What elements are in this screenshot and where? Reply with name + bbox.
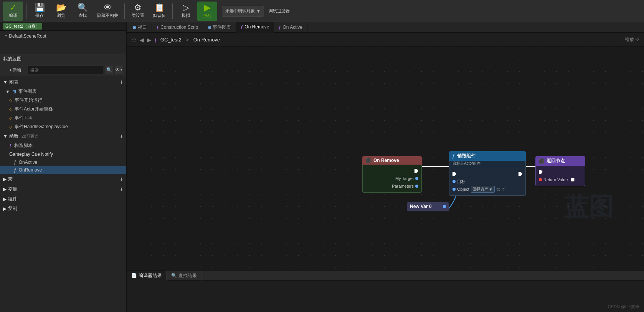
forward-arrow-icon[interactable]: ▶	[147, 37, 151, 43]
debug-object-dropdown[interactable]: 未选中调试对象 ▼	[222, 6, 264, 17]
select-asset-label: 选择资产	[473, 187, 488, 192]
search-input[interactable]	[28, 66, 103, 74]
debug-filter-label: 调试过滤器	[269, 8, 290, 14]
search-icon-button[interactable]: 🔍	[105, 66, 113, 74]
class-settings-label: 类设置	[132, 13, 144, 18]
new-var-header: New Var 0	[407, 202, 449, 211]
destroy-node-body: 目标 Object 选择资产 ▼ ⛓ ↺	[449, 168, 526, 196]
simulate-button[interactable]: ▷ 模拟	[176, 2, 196, 21]
tab-on-remove[interactable]: ƒ On Remove	[236, 22, 274, 33]
graph-section-header[interactable]: ▼ 图表 +	[0, 77, 126, 87]
event-start-item[interactable]: ◇ 事件开始运行	[0, 96, 126, 105]
event-tick-item[interactable]: ◇ 事件Tick	[0, 114, 126, 122]
event-graph-label: 事件图表	[18, 88, 37, 95]
return-value-pin: Return Value	[536, 176, 585, 183]
find-button[interactable]: 🔍 查找	[73, 2, 92, 21]
compile-button[interactable]: ✓ 编译	[3, 2, 23, 21]
object-label: Object	[457, 187, 469, 191]
eye-button[interactable]: 👁 ▼	[115, 66, 123, 74]
hide-icon: 👁	[104, 3, 112, 12]
tab-on-active-label: On Active	[282, 25, 302, 30]
parameters-pin: Parameters	[363, 182, 421, 190]
macros-add-button[interactable]: +	[120, 176, 123, 183]
event-handle-gameplay-cue-item[interactable]: ◇ 事件HandleGameplayCue	[0, 122, 126, 131]
on-remove-exec-out-pin	[363, 167, 421, 175]
debug-filter-group: 未选中调试对象 ▼ 调试过滤器	[222, 2, 293, 21]
parameters-label: Parameters	[392, 184, 414, 188]
separator-1	[26, 3, 26, 19]
find-results-label: 查找结果	[178, 272, 197, 279]
on-active-item[interactable]: ƒ OnActive	[0, 158, 126, 166]
run-button[interactable]: ▶ 运行	[197, 2, 217, 21]
eye-icon: 👁	[115, 67, 120, 73]
macros-section-header[interactable]: ▶ 宏 +	[0, 174, 126, 184]
save-button[interactable]: 💾 保存	[30, 2, 50, 21]
duplicate-section-header[interactable]: ▶ 复制	[0, 204, 126, 213]
tab-viewport-label: 视口	[138, 24, 147, 31]
destroy-title: 销毁组件	[457, 153, 476, 159]
exec-out-icon	[414, 169, 418, 173]
app-container: ✓ 编译 💾 保存 📂 浏览 🔍 查找 👁 隐藏不相关 ⚙ 类设置 📋 默认值	[0, 0, 644, 312]
debug-filter-button[interactable]: 调试过滤器	[266, 2, 293, 21]
destroy-subtitle: 目标是Actor组件	[449, 161, 526, 168]
class-settings-button[interactable]: ⚙ 类设置	[128, 2, 148, 21]
functions-override-count: 20可覆盖	[21, 134, 39, 139]
event-actor-overlap-item[interactable]: ◇ 事件Actor开始重叠	[0, 105, 126, 114]
parameters-dot	[415, 185, 418, 188]
content-area: ⊞ 视口 ƒ Construction Scrip ⊞ 事件图表 ƒ On Re…	[127, 22, 644, 312]
favorite-icon[interactable]: ☆	[131, 36, 137, 43]
return-node: ⬛ 返回节点 Return Value	[535, 156, 585, 186]
target-pin: 目标	[449, 178, 525, 185]
tab-on-remove-label: On Remove	[244, 24, 269, 30]
macros-label: 宏	[8, 176, 13, 183]
exec-in-icon	[452, 172, 456, 176]
unlink-icon: ↺	[502, 187, 505, 191]
run-label: 运行	[203, 13, 211, 19]
variables-section-header[interactable]: ▶ 变量 +	[0, 184, 126, 194]
functions-add-button[interactable]: +	[120, 133, 123, 140]
blueprint-canvas[interactable]: 蓝图 ⬛ On Remove	[127, 47, 644, 270]
component-tree-header: GC_test2（自身）	[0, 22, 126, 31]
hide-irrelevant-button[interactable]: 👁 隐藏不相关	[94, 2, 121, 21]
tab-event-graph-label: 事件图表	[213, 24, 231, 31]
components-section-header[interactable]: ▶ 组件	[0, 194, 126, 204]
on-remove-item[interactable]: ƒ OnRemove	[0, 166, 126, 174]
on-remove-node: ⬛ On Remove My Target Parameters	[362, 156, 422, 193]
simulate-label: 模拟	[182, 13, 190, 18]
grid-icon: ⊞	[208, 25, 211, 30]
destroy-component-node: ƒ 销毁组件 目标是Actor组件 目标	[449, 151, 526, 196]
default-values-button[interactable]: 📋 默认值	[149, 2, 169, 21]
right-triangle-icon: ▶	[3, 177, 7, 182]
bottom-panel: 📄 编译器结果 🔍 查找结果 CSDN @Li~蒙奇	[127, 270, 644, 312]
grid-icon: ⊞	[12, 89, 16, 94]
exec-out-icon	[519, 172, 522, 176]
tab-bar: ⊞ 视口 ƒ Construction Scrip ⊞ 事件图表 ƒ On Re…	[127, 22, 644, 33]
on-remove-node-header: ⬛ On Remove	[362, 156, 422, 165]
tab-construction-script[interactable]: ƒ Construction Scrip	[152, 22, 203, 33]
left-tree: ▼ 图表 + ▼ ⊞ 事件图表 ◇ 事件开始运行 ◇ 事件Actor开始重叠	[0, 76, 126, 312]
my-blueprints-header: 我的蓝图	[0, 54, 126, 64]
search-icon: 🔍	[106, 67, 112, 73]
self-label[interactable]: GC_test2（自身）	[3, 23, 42, 30]
chevron-icon: ▼	[120, 68, 123, 72]
tab-event-graph[interactable]: ⊞ 事件图表	[203, 22, 236, 33]
select-asset-button[interactable]: 选择资产 ▼	[471, 186, 495, 193]
event-graph-item[interactable]: ▼ ⊞ 事件图表	[0, 87, 126, 96]
new-add-button[interactable]: ＋新增	[3, 66, 26, 74]
default-scene-root-item[interactable]: ○ DefaultSceneRoot	[0, 32, 126, 40]
browse-button[interactable]: 📂 浏览	[51, 2, 71, 21]
breadcrumb-separator: >	[186, 37, 189, 43]
variables-add-button[interactable]: +	[120, 186, 123, 193]
tab-find-results[interactable]: 🔍 查找结果	[167, 271, 202, 281]
tab-on-active[interactable]: ƒ On Active	[274, 22, 307, 33]
separator-3	[172, 3, 173, 19]
functions-section-header[interactable]: ▼ 函数 20可覆盖 +	[0, 131, 126, 141]
my-blueprints-label: 我的蓝图	[3, 56, 21, 62]
new-add-label: ＋新增	[8, 67, 21, 73]
construct-script-item[interactable]: ƒ 构造脚本	[0, 141, 126, 150]
event-start-label: 事件开始运行	[15, 97, 42, 104]
back-arrow-icon[interactable]: ◀	[140, 37, 144, 43]
tab-compiler-results[interactable]: 📄 编译器结果	[127, 271, 167, 281]
tab-viewport[interactable]: ⊞ 视口	[128, 22, 152, 33]
graph-add-button[interactable]: +	[120, 79, 123, 86]
